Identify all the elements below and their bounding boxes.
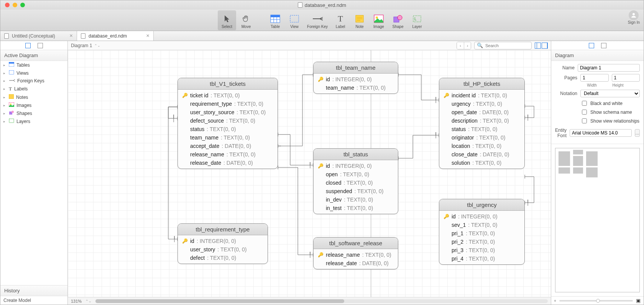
entity-tbl-team-name[interactable]: tbl_team_name 🔑id: INTEGER(0, 0)team_nam… xyxy=(313,62,398,94)
image-icon xyxy=(373,14,384,24)
entity-tbl-requirement-type[interactable]: tbl_requirement_type 🔑id: INTEGER(0, 0)u… xyxy=(177,223,268,264)
tab-untitled[interactable]: Untitled (Conceptual) ✕ xyxy=(0,31,77,41)
entity-tbl-urgency[interactable]: tbl_urgency 🔑id: INTEGER(0, 0)sev_1: TEX… xyxy=(439,199,525,265)
tool-shape[interactable]: Shape xyxy=(389,10,407,30)
close-tab-icon[interactable]: ✕ xyxy=(69,33,73,38)
tool-select[interactable]: Select xyxy=(218,10,236,30)
tool-view[interactable]: View xyxy=(285,10,304,30)
field-row[interactable]: defect_source: TEXT(0, 0) xyxy=(178,116,278,125)
field-row[interactable]: release_date: DATE(0, 0) xyxy=(314,259,398,267)
field-row[interactable]: 🔑id: INTEGER(0, 0) xyxy=(178,237,268,245)
close-tab-icon[interactable]: ✕ xyxy=(146,33,150,38)
field-row[interactable]: pri_4: TEXT(0, 0) xyxy=(439,254,524,263)
field-row[interactable]: pri_3: TEXT(0, 0) xyxy=(439,246,524,254)
right-tab-properties-icon[interactable] xyxy=(589,43,594,48)
field-row[interactable]: release_name: TEXT(0, 0) xyxy=(178,150,278,159)
label-entity-font: Entity Font xyxy=(555,128,567,138)
field-row[interactable]: in_test: TEXT(0, 0) xyxy=(314,204,398,212)
field-row[interactable]: open_date: DATE(0, 0) xyxy=(439,108,524,116)
field-row[interactable]: description: TEXT(0, 0) xyxy=(439,116,524,125)
field-row[interactable]: accept_date: DATE(0, 0) xyxy=(178,142,278,150)
field-row[interactable]: location: TEXT(0, 0) xyxy=(439,142,524,150)
field-row[interactable]: urgency: TEXT(0, 0) xyxy=(439,100,524,108)
field-row[interactable]: closed: TEXT(0, 0) xyxy=(314,179,398,187)
history-item[interactable]: Create Model xyxy=(0,296,67,305)
diagram-name-input[interactable] xyxy=(578,64,640,72)
left-tab-objects-icon[interactable] xyxy=(25,43,31,48)
tool-foreign-key[interactable]: Foreign Key xyxy=(304,10,330,30)
cb-black-white[interactable] xyxy=(582,101,587,106)
field-row[interactable]: in_dev: TEXT(0, 0) xyxy=(314,195,398,204)
diagram-canvas[interactable]: tbl_V1_tickets 🔑ticket id: TEXT(0, 0)req… xyxy=(68,50,551,297)
minimap[interactable] xyxy=(551,144,644,296)
tool-image[interactable]: Image xyxy=(370,10,388,30)
entity-tbl-software-release[interactable]: tbl_software_release 🔑release_name: TEXT… xyxy=(313,237,398,269)
zoom-level[interactable]: 131% xyxy=(71,299,82,303)
entity-tbl-hp-tickets[interactable]: tbl_HP_tickets 🔑incident id: TEXT(0, 0)u… xyxy=(439,78,525,169)
field-row[interactable]: sev_1: TEXT(0, 0) xyxy=(439,221,524,229)
zoom-out-button[interactable]: ▫ xyxy=(554,298,556,303)
field-row[interactable]: originator: TEXT(0, 0) xyxy=(439,133,524,142)
sidebar-item-tables[interactable]: ▸Tables xyxy=(0,61,67,69)
field-row[interactable]: 🔑id: INTEGER(0, 0) xyxy=(314,162,398,170)
zoom-slider[interactable] xyxy=(559,300,633,302)
field-row[interactable]: team_name: TEXT(0, 0) xyxy=(314,84,398,92)
nav-forward-button[interactable]: › xyxy=(464,42,471,49)
field-row[interactable]: close_date: DATE(0, 0) xyxy=(439,150,524,159)
horizontal-scrollbar[interactable] xyxy=(95,299,548,303)
tool-table[interactable]: Table xyxy=(266,10,284,30)
field-row[interactable]: release_date: DATE(0, 0) xyxy=(178,159,278,167)
sidebar-item-views[interactable]: ▸Views xyxy=(0,69,67,77)
tool-label[interactable]: T Label xyxy=(331,10,350,30)
tool-layer[interactable]: L Layer xyxy=(408,10,426,30)
cb-show-schema[interactable] xyxy=(582,110,587,115)
field-row[interactable]: user_story_source: TEXT(0, 0) xyxy=(178,108,278,116)
field-row[interactable]: 🔑ticket id: TEXT(0, 0) xyxy=(178,91,278,100)
field-row[interactable]: solution: TEXT(0, 0) xyxy=(439,159,524,167)
field-row[interactable]: status: TEXT(0, 0) xyxy=(178,125,278,133)
left-tab-model-icon[interactable] xyxy=(38,43,43,48)
sidebar-item-notes[interactable]: ▸Notes xyxy=(0,93,67,101)
diagram-tab[interactable]: Diagram 1 ⌃⌄ xyxy=(71,43,100,48)
field-row[interactable]: team_name: TEXT(0, 0) xyxy=(178,133,278,142)
search-input[interactable] xyxy=(485,43,539,48)
field-row[interactable]: 🔑id: INTEGER(0, 0) xyxy=(314,75,398,84)
pages-height-input[interactable] xyxy=(612,74,640,82)
field-row[interactable]: pri_1: TEXT(0, 0) xyxy=(439,229,524,238)
cb-show-view-rel[interactable] xyxy=(582,118,587,123)
tab-database-erd[interactable]: database_erd.ndm ✕ xyxy=(77,31,154,41)
field-row[interactable]: status: TEXT(0, 0) xyxy=(439,125,524,133)
font-picker-button[interactable]: … xyxy=(635,129,640,137)
entity-font-input[interactable] xyxy=(570,129,632,137)
tool-note[interactable]: Note xyxy=(350,10,369,30)
sidebar-item-labels[interactable]: ▸TLabels xyxy=(0,85,67,93)
sidebar-item-shapes[interactable]: ▸Shapes xyxy=(0,109,67,117)
tool-move[interactable]: Move xyxy=(237,10,255,30)
field-row[interactable]: pri_2: TEXT(0, 0) xyxy=(439,238,524,246)
field-row[interactable]: defect: TEXT(0, 0) xyxy=(178,254,268,262)
entity-tbl-v1-tickets[interactable]: tbl_V1_tickets 🔑ticket id: TEXT(0, 0)req… xyxy=(177,78,278,169)
nav-back-button[interactable]: ‹ xyxy=(457,42,464,49)
right-tab-other-icon[interactable] xyxy=(601,43,606,48)
notation-select[interactable]: Default xyxy=(580,90,640,97)
sign-in-button[interactable]: Sign In xyxy=(628,10,640,25)
pages-width-input[interactable] xyxy=(580,74,609,82)
field-row[interactable]: 🔑incident id: TEXT(0, 0) xyxy=(439,91,524,100)
zoom-in-button[interactable]: ▣ xyxy=(636,298,641,303)
image-icon xyxy=(9,102,14,108)
field-row[interactable]: 🔑release_name: TEXT(0, 0) xyxy=(314,251,398,259)
sidebar-item-foreign-keys[interactable]: ▸Foreign Keys xyxy=(0,77,67,85)
field-row[interactable]: open: TEXT(0, 0) xyxy=(314,170,398,179)
view-split-left-icon[interactable] xyxy=(535,43,541,49)
field-row[interactable]: suspended: TEXT(0, 0) xyxy=(314,187,398,195)
view-split-right-icon[interactable] xyxy=(542,43,548,49)
sidebar-item-images[interactable]: ▸Images xyxy=(0,101,67,109)
entity-tbl-status[interactable]: tbl_status 🔑id: INTEGER(0, 0)open: TEXT(… xyxy=(313,148,398,214)
svg-text:L: L xyxy=(414,17,417,21)
field-row[interactable]: 🔑id: INTEGER(0, 0) xyxy=(439,212,524,221)
search-box[interactable]: 🔍 xyxy=(474,42,532,49)
svg-rect-1 xyxy=(271,15,280,17)
field-row[interactable]: user_story: TEXT(0, 0) xyxy=(178,245,268,254)
sidebar-item-layers[interactable]: ▸Layers xyxy=(0,117,67,125)
field-row[interactable]: requirement_type: TEXT(0, 0) xyxy=(178,100,278,108)
